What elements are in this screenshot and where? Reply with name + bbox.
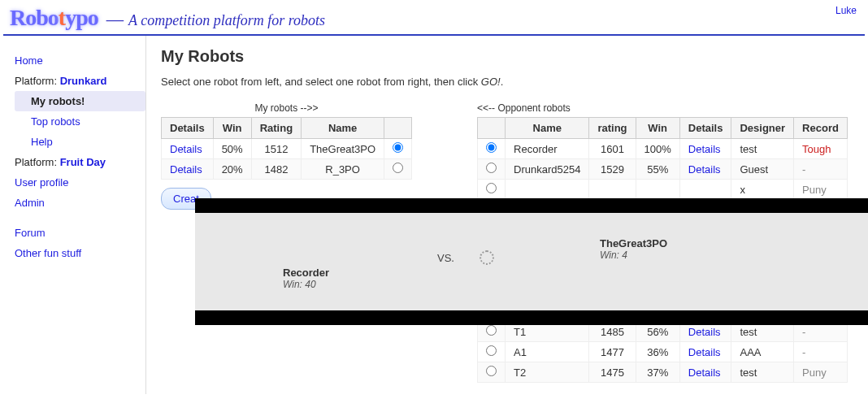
opponent-row: Drunkard5254152955%DetailsGuest- (478, 159, 848, 180)
name-cell: R_3PO (302, 159, 384, 180)
details-link[interactable]: Details (679, 159, 731, 180)
rating-cell (589, 180, 636, 200)
page-title: My Robots (161, 47, 853, 66)
designer-cell: x (731, 180, 794, 200)
loading-spinner-icon (480, 250, 494, 265)
opponent-caption: <<-- Opponent robots (477, 102, 848, 114)
record-cell: Tough (794, 139, 848, 159)
record-cell: - (794, 342, 848, 362)
col-header: Win (636, 118, 679, 139)
opponent-row: xPuny (478, 180, 848, 200)
rating-cell: 1529 (589, 159, 636, 180)
rating-cell: 1475 (589, 362, 636, 383)
radio-cell (384, 139, 412, 159)
select-my-robot-radio[interactable] (393, 163, 403, 173)
col-header: Win (213, 118, 251, 139)
record-cell: Puny (794, 362, 848, 383)
col-header: Designer (731, 118, 794, 139)
win-cell: 20% (213, 159, 251, 180)
designer-cell: test (731, 362, 794, 383)
nav-top-robots[interactable]: Top robots (15, 111, 145, 132)
designer-cell: AAA (731, 342, 794, 362)
header: Robotypo —A competition platform for rob… (0, 0, 868, 34)
logo: Robotypo (10, 5, 98, 31)
vs-label: VS. (437, 252, 454, 264)
designer-cell: test (731, 139, 794, 159)
name-cell: Drunkard5254 (506, 159, 589, 180)
sidebar: Home Platform: Drunkard My robots! Top r… (0, 36, 146, 394)
nav-user-profile[interactable]: User profile (15, 172, 145, 193)
name-cell (506, 180, 589, 200)
my-robots-section: My robots -->> DetailsWinRatingName Deta… (161, 102, 412, 210)
radio-cell (478, 180, 506, 200)
nav-forum[interactable]: Forum (15, 223, 145, 243)
user-link[interactable]: Luke (835, 5, 857, 16)
win-cell: 37% (636, 362, 679, 383)
designer-cell: Guest (731, 159, 794, 180)
details-link[interactable]: Details (162, 139, 214, 159)
col-header: Name (506, 118, 589, 139)
radio-cell (478, 362, 506, 383)
name-cell: TheGreat3PO (302, 139, 384, 159)
details-link[interactable]: Details (679, 362, 731, 383)
nav-other[interactable]: Other fun stuff (15, 243, 145, 263)
details-link[interactable] (679, 180, 731, 200)
select-opponent-radio[interactable] (486, 345, 497, 356)
details-link[interactable]: Details (679, 342, 731, 362)
opponent-row: A1147736%DetailsAAA- (478, 342, 848, 362)
radio-cell (478, 139, 506, 159)
my-robot-row: Details50%1512TheGreat3PO (162, 139, 412, 159)
col-header: rating (589, 118, 636, 139)
nav-home[interactable]: Home (15, 50, 145, 71)
col-header: Record (794, 118, 848, 139)
col-header (384, 118, 412, 139)
col-header: Name (302, 118, 384, 139)
details-link[interactable]: Details (162, 159, 214, 180)
name-cell: A1 (506, 342, 589, 362)
nav-admin[interactable]: Admin (15, 193, 145, 213)
rating-cell: 1512 (251, 139, 301, 159)
select-my-robot-radio[interactable] (393, 142, 403, 153)
col-header: Details (162, 118, 214, 139)
radio-cell (478, 159, 506, 180)
win-cell: 55% (636, 159, 679, 180)
select-opponent-radio[interactable] (486, 366, 497, 376)
rating-cell: 1601 (589, 139, 636, 159)
opponent-row: Recorder1601100%DetailstestTough (478, 139, 848, 159)
overlay-top-bar (195, 198, 868, 213)
col-header: Details (679, 118, 731, 139)
my-robot-row: Details20%1482R_3PO (162, 159, 412, 180)
record-cell: Puny (794, 180, 848, 200)
rating-cell: 1477 (589, 342, 636, 362)
my-robots-caption: My robots -->> (161, 102, 412, 114)
tagline: —A competition platform for robots (106, 8, 325, 30)
nav-platform-fruitday[interactable]: Platform: Fruit Day (15, 152, 145, 172)
win-cell: 100% (636, 139, 679, 159)
select-opponent-radio[interactable] (486, 325, 497, 336)
name-cell: T2 (506, 362, 589, 383)
col-header (478, 118, 506, 139)
select-opponent-radio[interactable] (486, 142, 497, 153)
col-header: Rating (251, 118, 301, 139)
radio-cell (478, 342, 506, 362)
overlay-body: Recorder Win: 40 VS. TheGreat3PO Win: 4 (195, 213, 868, 310)
nav-help[interactable]: Help (15, 132, 145, 152)
nav-my-robots[interactable]: My robots! (15, 91, 145, 111)
battle-overlay: Recorder Win: 40 VS. TheGreat3PO Win: 4 (195, 198, 868, 325)
select-opponent-radio[interactable] (486, 163, 497, 173)
my-robots-table: DetailsWinRatingName Details50%1512TheGr… (161, 117, 412, 180)
radio-cell (384, 159, 412, 180)
record-cell: - (794, 159, 848, 180)
overlay-right-robot: TheGreat3PO Win: 4 (600, 237, 667, 261)
details-link[interactable]: Details (679, 139, 731, 159)
instruction-text: Select one robot from left, and select o… (161, 76, 853, 88)
win-cell: 50% (213, 139, 251, 159)
overlay-bottom-bar (195, 310, 868, 325)
name-cell: Recorder (506, 139, 589, 159)
rating-cell: 1482 (251, 159, 301, 180)
nav-platform-drunkard[interactable]: Platform: Drunkard (15, 71, 145, 91)
overlay-left-robot: Recorder Win: 40 (283, 267, 329, 290)
select-opponent-radio[interactable] (486, 183, 497, 193)
opponent-row: T2147537%DetailstestPuny (478, 362, 848, 383)
win-cell (636, 180, 679, 200)
